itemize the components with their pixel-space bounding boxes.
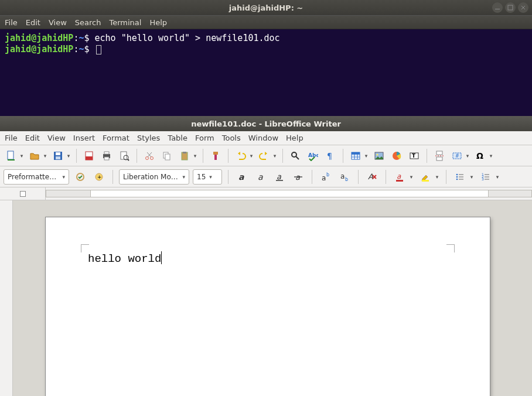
formatting-marks-button[interactable]: ¶ <box>323 148 338 163</box>
lowriter-menu-table[interactable]: Table <box>168 134 187 142</box>
insert-chart-button[interactable] <box>389 148 404 163</box>
paste-button[interactable] <box>177 148 192 163</box>
svg-text:+: + <box>97 174 102 180</box>
page-margin-corner-icon <box>446 244 455 252</box>
document-scroll[interactable]: hello world <box>13 200 532 396</box>
new-document-button[interactable] <box>4 148 19 163</box>
open-button[interactable] <box>27 148 42 163</box>
terminal-cursor-icon <box>96 45 101 54</box>
superscript-button[interactable]: ab <box>318 169 333 185</box>
lowriter-menu-file[interactable]: File <box>5 134 18 142</box>
svg-rect-65 <box>396 180 403 182</box>
numbered-list-button[interactable]: 123 <box>478 169 493 185</box>
document-text: hello world <box>88 252 161 265</box>
redo-dropdown[interactable]: ▾ <box>272 148 278 163</box>
insert-image-button[interactable] <box>371 148 387 163</box>
clear-formatting-button[interactable]: A <box>364 169 380 185</box>
undo-dropdown[interactable]: ▾ <box>248 148 254 163</box>
terminal-menu-search[interactable]: Search <box>75 18 101 27</box>
paste-dropdown[interactable]: ▾ <box>192 148 198 163</box>
terminal-body[interactable]: jahid@jahidHP:~$ echo "hello world" > ne… <box>0 29 532 116</box>
maximize-button[interactable] <box>505 2 516 13</box>
insert-field-button[interactable]: # <box>449 148 465 163</box>
clone-formatting-button[interactable] <box>208 148 223 163</box>
paragraph-style-combo[interactable]: Preformatted Text▾ <box>4 169 69 185</box>
prompt-dollar: $ <box>84 33 89 43</box>
bold-button[interactable]: a <box>234 169 250 185</box>
terminal-menu-help[interactable]: Help <box>149 18 167 27</box>
terminal-menu-terminal[interactable]: Terminal <box>109 18 141 27</box>
document-page[interactable]: hello world <box>45 217 490 396</box>
insert-page-break-button[interactable] <box>432 148 447 163</box>
svg-rect-12 <box>104 152 109 154</box>
insert-textbox-button[interactable]: T <box>407 148 422 163</box>
insert-special-dropdown[interactable]: ▾ <box>488 148 494 163</box>
page-margin-corner-icon <box>81 244 89 252</box>
numbered-list-dropdown[interactable]: ▾ <box>495 169 500 185</box>
svg-point-71 <box>456 178 458 180</box>
lowriter-menu-styles[interactable]: Styles <box>137 134 160 142</box>
insert-field-dropdown[interactable]: ▾ <box>465 148 470 163</box>
ruler-corner <box>0 187 46 200</box>
terminal-menubar: File Edit View Search Terminal Help <box>0 15 532 29</box>
svg-point-17 <box>146 156 149 159</box>
terminal-menu-file[interactable]: File <box>5 18 18 27</box>
lowriter-menu-view[interactable]: View <box>47 134 66 142</box>
bullet-list-button[interactable] <box>452 169 468 185</box>
prompt-host: jahidHP <box>36 44 73 54</box>
horizontal-ruler-area <box>0 187 532 200</box>
insert-special-char-button[interactable]: Ω <box>473 148 488 163</box>
strikethrough-button[interactable]: a <box>291 169 306 185</box>
cut-button[interactable] <box>142 148 157 163</box>
toolbar-separator <box>312 170 312 184</box>
bullet-list-dropdown[interactable]: ▾ <box>469 169 475 185</box>
lowriter-menu-window[interactable]: Window <box>248 134 278 142</box>
print-preview-button[interactable] <box>117 148 132 163</box>
close-button[interactable] <box>518 2 528 13</box>
spellcheck-button[interactable]: Abc <box>305 148 320 163</box>
toolbar-separator <box>343 149 343 163</box>
highlight-button[interactable] <box>418 169 433 185</box>
terminal-menu-view[interactable]: View <box>49 18 67 27</box>
lowriter-menu-help[interactable]: Help <box>286 134 303 142</box>
copy-button[interactable] <box>159 148 175 163</box>
lowriter-menu-format[interactable]: Format <box>103 134 129 142</box>
save-dropdown[interactable]: ▾ <box>66 148 71 163</box>
lowriter-menu-insert[interactable]: Insert <box>73 134 95 142</box>
save-button[interactable] <box>50 148 66 163</box>
horizontal-ruler[interactable] <box>46 187 532 200</box>
print-button[interactable] <box>99 148 114 163</box>
undo-button[interactable] <box>233 148 248 163</box>
font-color-dropdown[interactable]: ▾ <box>408 169 414 185</box>
insert-table-button[interactable] <box>348 148 363 163</box>
open-dropdown[interactable]: ▾ <box>42 148 48 163</box>
update-style-button[interactable] <box>73 169 88 185</box>
font-color-button[interactable]: a <box>392 169 407 185</box>
new-style-button[interactable]: + <box>91 169 107 185</box>
lowriter-menu-form[interactable]: Form <box>195 134 214 142</box>
new-document-dropdown[interactable]: ▾ <box>19 148 25 163</box>
insert-table-dropdown[interactable]: ▾ <box>363 148 369 163</box>
find-replace-button[interactable] <box>288 148 303 163</box>
lowriter-menu-tools[interactable]: Tools <box>222 134 241 142</box>
toolbar-separator <box>446 170 446 184</box>
terminal-menu-edit[interactable]: Edit <box>26 18 40 27</box>
svg-rect-7 <box>56 152 60 155</box>
redo-button[interactable] <box>257 148 272 163</box>
prompt-host: jahidHP <box>36 33 73 43</box>
toolbar-separator <box>228 170 229 184</box>
subscript-button[interactable]: ab <box>337 169 352 185</box>
toolbar-separator <box>112 170 113 184</box>
italic-button[interactable]: a <box>253 169 268 185</box>
font-name-combo[interactable]: Liberation Mono▾ <box>119 169 189 185</box>
toolbar-separator <box>427 149 427 163</box>
highlight-dropdown[interactable]: ▾ <box>434 169 440 185</box>
font-size-combo[interactable]: 15▾ <box>193 169 222 185</box>
lowriter-menu-edit[interactable]: Edit <box>25 134 40 142</box>
export-pdf-button[interactable] <box>81 148 97 163</box>
toolbar-separator <box>282 149 283 163</box>
svg-point-27 <box>292 152 296 157</box>
minimize-button[interactable] <box>492 2 503 13</box>
vertical-ruler[interactable] <box>0 200 13 396</box>
underline-button[interactable]: a <box>272 169 287 185</box>
